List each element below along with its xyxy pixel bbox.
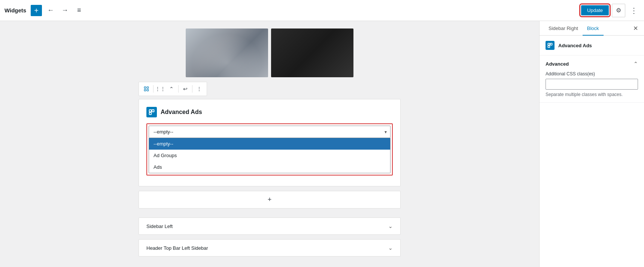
widget-container: Advanced Ads --empty-- Ad Groups Ads ▾ -… <box>139 99 401 186</box>
sidebar-left-title: Sidebar Left <box>146 224 173 229</box>
svg-rect-4 <box>149 110 152 112</box>
right-panel: Sidebar Right Block ✕ Advanced Ads Advan… <box>539 21 644 267</box>
select-wrapper: --empty-- Ad Groups Ads ▾ <box>149 126 391 138</box>
svg-rect-5 <box>152 110 154 112</box>
header-top-bar-section[interactable]: Header Top Bar Left Sidebar ⌄ <box>139 239 401 256</box>
toolbar-divider <box>153 85 154 93</box>
sidebar-left-section[interactable]: Sidebar Left ⌄ <box>139 218 401 235</box>
image-1 <box>186 28 268 77</box>
move-up-button[interactable]: ⌃ <box>166 84 177 94</box>
advanced-section-title: Advanced <box>546 61 569 67</box>
right-panel-close-button[interactable]: ✕ <box>632 23 640 33</box>
add-block-toolbar-button[interactable]: + <box>31 5 42 16</box>
tab-sidebar-right[interactable]: Sidebar Right <box>544 21 583 36</box>
right-panel-tabs: Sidebar Right Block ✕ <box>540 21 644 36</box>
dropdown-item-ad-groups[interactable]: Ad Groups <box>149 150 390 161</box>
header-top-bar-title: Header Top Bar Left Sidebar <box>146 245 208 251</box>
dropdown-item-ads[interactable]: Ads <box>149 161 390 173</box>
svg-rect-1 <box>147 87 148 88</box>
undo-block-button[interactable]: ↩ <box>180 84 191 94</box>
header-top-bar-chevron: ⌄ <box>388 245 393 251</box>
rp-block-header: Advanced Ads <box>540 36 644 56</box>
tabs-group: Sidebar Right Block <box>544 21 604 35</box>
svg-rect-8 <box>550 43 552 45</box>
toolbar-title: Widgets <box>4 7 26 14</box>
advanced-section-collapse[interactable]: ⌃ <box>634 61 638 67</box>
block-toolbar: ⋮⋮ ⌃ ↩ ⋮ <box>139 82 207 96</box>
more-options-button[interactable]: ⋮ <box>628 5 640 16</box>
svg-rect-2 <box>144 89 146 91</box>
svg-rect-7 <box>548 43 550 45</box>
css-class-label: Additional CSS class(es) <box>546 71 638 76</box>
svg-rect-6 <box>149 112 152 115</box>
canvas-area: ⋮⋮ ⌃ ↩ ⋮ Advanced Ads <box>0 21 539 267</box>
image-2 <box>271 28 353 77</box>
dropdown-item-empty[interactable]: --empty-- <box>149 138 390 150</box>
sidebar-left-chevron: ⌄ <box>388 223 393 229</box>
advanced-section-header: Advanced ⌃ <box>546 61 638 67</box>
drag-handle[interactable]: ⋮⋮ <box>155 84 165 94</box>
image-row <box>15 28 524 77</box>
rp-advanced-ads-logo <box>546 41 555 50</box>
svg-rect-3 <box>147 89 148 91</box>
main-layout: ⋮⋮ ⌃ ↩ ⋮ Advanced Ads <box>0 21 644 267</box>
css-class-help-text: Separate multiple classes with spaces. <box>546 92 638 97</box>
advanced-section: Advanced ⌃ Additional CSS class(es) Sepa… <box>540 56 644 103</box>
advanced-ads-header: Advanced Ads <box>146 107 393 117</box>
undo-button[interactable]: ← <box>45 5 56 16</box>
svg-rect-9 <box>548 46 550 48</box>
rp-block-name: Advanced Ads <box>558 43 592 48</box>
dropdown-highlighted-area: --empty-- Ad Groups Ads ▾ --empty-- Ad G… <box>146 123 393 176</box>
redo-button[interactable]: → <box>59 5 70 16</box>
update-button[interactable]: Update <box>581 5 609 15</box>
svg-rect-0 <box>144 87 146 88</box>
add-block-button[interactable]: + <box>139 191 401 208</box>
add-block-icon: + <box>268 196 272 204</box>
toolbar-divider-3 <box>192 85 192 93</box>
block-icon <box>141 84 152 94</box>
dropdown-open-list: --empty-- Ad Groups Ads <box>149 138 391 173</box>
advanced-ads-logo <box>146 107 157 117</box>
ad-type-select[interactable]: --empty-- Ad Groups Ads <box>149 126 391 138</box>
top-toolbar: Widgets + ← → ≡ Update ⚙ ⋮ <box>0 0 644 21</box>
menu-button[interactable]: ≡ <box>73 5 85 16</box>
css-class-input[interactable] <box>546 79 638 90</box>
more-block-options[interactable]: ⋮ <box>194 84 204 94</box>
toolbar-divider-2 <box>178 85 179 93</box>
settings-button[interactable]: ⚙ <box>612 4 625 17</box>
widget-title: Advanced Ads <box>161 109 202 116</box>
tab-block[interactable]: Block <box>583 21 604 36</box>
